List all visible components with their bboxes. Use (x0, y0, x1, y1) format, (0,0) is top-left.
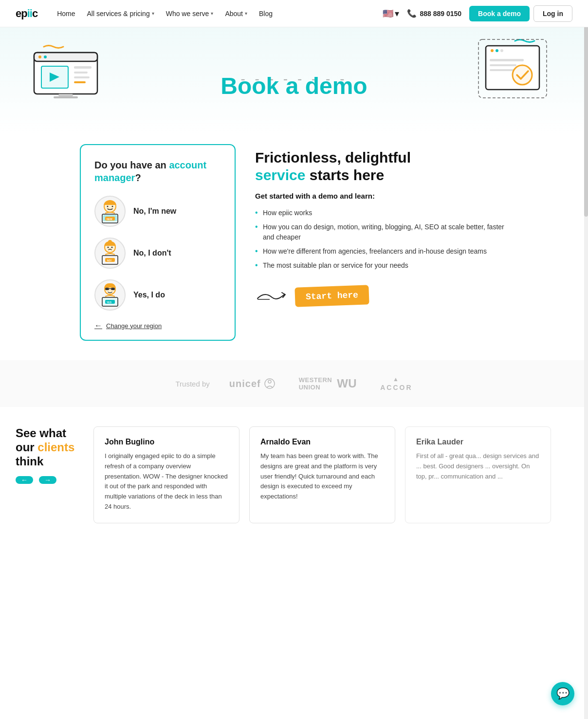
svg-rect-7 (74, 72, 88, 74)
testimonial-text: First of all - great qua... design servi… (416, 451, 540, 481)
svg-rect-11 (54, 96, 78, 98)
svg-point-30 (108, 247, 109, 248)
phone-number[interactable]: 📞 888 889 0150 (407, 9, 461, 18)
option-yes-label: Yes, I do (133, 291, 165, 299)
testimonial-card: John Buglino I originally engaged epiic … (93, 426, 239, 523)
testimonials-intro: See what our clients think ← → (16, 426, 93, 523)
frictionless-subtitle: Get started with a demo and learn: (255, 192, 508, 200)
svg-text:YES: YES (107, 301, 112, 304)
svg-point-44 (268, 380, 271, 383)
testimonials-section: See what our clients think ← → John Bugl… (0, 407, 588, 543)
unicef-logo: unicef (229, 378, 276, 389)
svg-point-13 (491, 49, 494, 52)
nav-blog[interactable]: Blog (259, 10, 273, 18)
testimonial-name: Erika Lauder (416, 438, 540, 446)
svg-rect-17 (490, 64, 516, 66)
logo[interactable]: epiic (16, 7, 37, 20)
svg-text:NO!: NO! (107, 259, 112, 262)
svg-point-14 (496, 49, 498, 52)
book-demo-button[interactable]: Book a demo (469, 6, 530, 21)
nav-home[interactable]: Home (57, 10, 75, 18)
clients-highlight: clients (37, 441, 74, 454)
svg-rect-1 (34, 53, 97, 61)
svg-point-15 (500, 49, 503, 52)
main-content: Do you have an account manager? (51, 134, 537, 360)
nav-about[interactable]: About ▾ (225, 10, 247, 18)
testimonials-prev-button[interactable]: ← (16, 476, 33, 484)
svg-point-19 (513, 65, 532, 85)
svg-point-22 (107, 206, 109, 207)
account-manager-card: Do you have an account manager? (80, 144, 236, 341)
option-new-label: No, I'm new (133, 207, 176, 216)
right-content: Frictionless, delightful service starts … (255, 144, 508, 306)
navigation: epiic Home All services & pricing ▾ Who … (0, 0, 588, 27)
login-button[interactable]: Log in (533, 5, 572, 22)
svg-point-29 (108, 240, 112, 244)
svg-point-31 (111, 247, 113, 248)
testimonials-next-button[interactable]: → (39, 476, 56, 484)
option-no-label: No, I don't (133, 249, 171, 258)
hero-decoration-left (29, 42, 107, 105)
svg-point-3 (44, 55, 47, 58)
account-card-title: Do you have an account manager? (94, 159, 221, 184)
accor-logo: ▲ ACCOR (380, 376, 412, 391)
list-item: How epiic works (255, 206, 508, 220)
phone-icon: 📞 (407, 9, 417, 18)
start-here-button[interactable]: Start here (294, 285, 369, 307)
frictionless-title: Frictionless, delightful service starts … (255, 149, 508, 184)
arrow-decoration (255, 289, 289, 303)
arrow-left-icon: ← (21, 476, 28, 484)
testimonial-text: My team has been great to work with. The… (260, 451, 384, 502)
start-here-section: Start here (255, 286, 508, 306)
flag-icon: 🇺🇸 (383, 8, 393, 19)
testimonials-cards: John Buglino I originally engaged epiic … (93, 426, 551, 523)
svg-rect-36 (105, 288, 109, 290)
account-manager-highlight: account manager (94, 160, 206, 183)
unicef-icon (264, 378, 276, 389)
svg-rect-12 (486, 46, 539, 90)
svg-rect-6 (74, 66, 92, 69)
chevron-down-icon: ▾ (245, 11, 247, 16)
svg-rect-9 (74, 81, 86, 83)
trusted-logos: unicef WESTERNUNION WU ▲ ACCOR (229, 376, 413, 391)
option-no-dont[interactable]: NO! No, I don't (94, 238, 221, 269)
chevron-down-icon: ▾ (211, 11, 213, 16)
svg-text:NEW: NEW (107, 218, 112, 221)
avatar-new: NEW (94, 196, 126, 227)
chevron-down-icon: ▾ (152, 11, 154, 16)
option-new[interactable]: NEW No, I'm new (94, 196, 221, 227)
testimonials-navigation: ← → (16, 476, 82, 484)
trusted-section: Trusted by unicef WESTERNUNION WU ▲ ACCO… (0, 360, 588, 407)
list-item: How we're different from agencies, freel… (255, 244, 508, 258)
svg-rect-8 (74, 76, 90, 78)
testimonial-card: Erika Lauder First of all - great qua...… (405, 426, 551, 523)
change-region-link[interactable]: ← Change your region (94, 321, 221, 330)
hero-section: - - - - - - - - Book a demo (0, 27, 588, 134)
svg-rect-10 (58, 94, 73, 96)
arrow-right-icon: → (44, 476, 51, 484)
svg-point-23 (112, 206, 113, 207)
trusted-label: Trusted by (175, 380, 209, 388)
list-item: The most suitable plan or service for yo… (255, 258, 508, 273)
scrollbar-track[interactable] (584, 0, 588, 543)
avatar-no: NO! (94, 238, 126, 269)
avatar-yes: YES (94, 279, 126, 311)
testimonials-intro-title: See what our clients think (16, 426, 82, 468)
svg-point-2 (38, 55, 41, 58)
scrollbar-thumb[interactable] (584, 1, 588, 217)
hero-decoration-right (476, 37, 549, 100)
list-item: How you can do design, motion, writing, … (255, 220, 508, 244)
nav-links: Home All services & pricing ▾ Who we ser… (57, 10, 383, 18)
testimonial-name: John Buglino (105, 438, 228, 446)
frictionless-title-highlight: service (255, 167, 305, 183)
svg-rect-16 (490, 59, 524, 61)
chevron-down-icon: ▾ (395, 8, 399, 19)
nav-services[interactable]: All services & pricing ▾ (87, 10, 154, 18)
western-union-logo: WESTERNUNION WU (299, 376, 357, 391)
testimonial-name: Arnaldo Evan (260, 438, 384, 446)
hero-title: Book a demo (220, 73, 367, 99)
option-yes[interactable]: YES Yes, I do (94, 279, 221, 311)
nav-who-we-serve[interactable]: Who we serve ▾ (166, 10, 214, 18)
testimonial-card: Arnaldo Evan My team has been great to w… (249, 426, 395, 523)
language-selector[interactable]: 🇺🇸 ▾ (383, 8, 399, 19)
